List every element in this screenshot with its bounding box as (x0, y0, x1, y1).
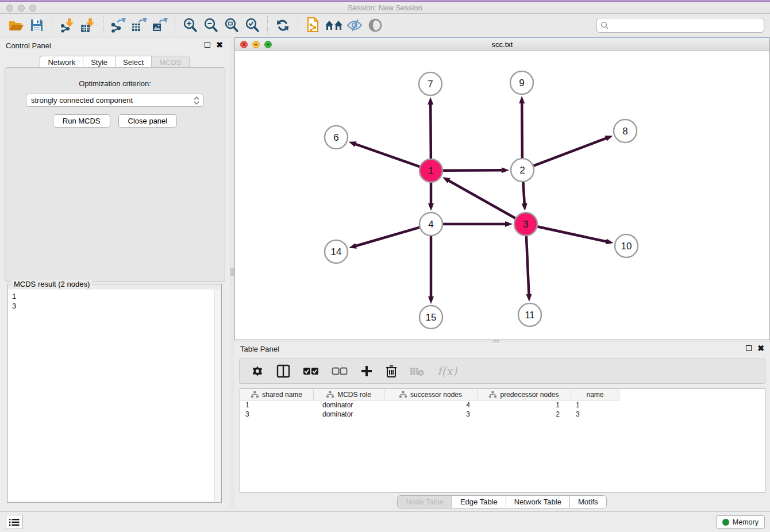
graph-node-label: 4 (428, 219, 433, 230)
graph-node-label: 1 (428, 165, 433, 176)
memory-button[interactable]: Memory (716, 515, 765, 529)
graph-node-label: 6 (333, 132, 338, 143)
table-settings-button[interactable] (251, 365, 264, 377)
zoom-selected-button[interactable] (242, 16, 263, 35)
graph-edge-3-1[interactable] (448, 180, 516, 218)
search-input[interactable] (611, 21, 760, 30)
cell-shared-name[interactable]: 3 (240, 410, 314, 418)
graph-edge-4-14[interactable] (355, 228, 420, 246)
close-panel-icon[interactable]: ✖ (216, 42, 223, 48)
graph-edge-3-10[interactable] (537, 226, 607, 242)
graph-edge-3-11[interactable] (526, 236, 529, 295)
tab-motifs[interactable]: Motifs (569, 495, 607, 508)
close-panel-icon[interactable]: ✖ (757, 345, 764, 351)
zoom-in-button[interactable] (180, 16, 201, 35)
tab-node-table[interactable]: Node Table (397, 495, 452, 508)
graph-edge-1-2[interactable] (442, 170, 503, 171)
splitter-grip[interactable] (230, 268, 234, 276)
zoom-fit-button[interactable] (221, 16, 242, 35)
graph-edge-arrowhead (605, 136, 613, 141)
run-mcds-button[interactable]: Run MCDS (53, 114, 110, 128)
graph-edge-arrowhead (505, 221, 513, 227)
column-header-successor-nodes[interactable]: successor nodes (384, 389, 478, 400)
criterion-select[interactable]: strongly connected component (26, 94, 204, 107)
export-table-button[interactable] (129, 16, 149, 35)
toggle-panel-button[interactable] (276, 364, 290, 378)
gear-icon (251, 365, 264, 377)
delete-table-icon (410, 366, 425, 376)
graph-edge-arrowhead (522, 203, 528, 211)
cell-mcds-role[interactable]: dominator (314, 410, 384, 418)
toolbar-separator (267, 16, 268, 34)
cell-name[interactable]: 1 (571, 401, 619, 409)
table-header-row: shared name MCDS role successor nodes pr… (240, 389, 765, 400)
export-network-icon (110, 18, 126, 33)
hierarchy-icon (489, 391, 496, 398)
network-window-title: scc.txt (235, 40, 769, 49)
mcds-result-text[interactable]: 1 3 (8, 290, 221, 502)
graph-edge-2-8[interactable] (533, 138, 607, 166)
task-history-button[interactable] (6, 515, 23, 529)
tab-edge-table[interactable]: Edge Table (452, 495, 506, 508)
column-header-predecessor-nodes[interactable]: predecessor nodes (478, 389, 571, 400)
graph-edge-1-6[interactable] (355, 144, 420, 167)
column-header-name[interactable]: name (571, 389, 619, 400)
open-session-button[interactable] (6, 16, 26, 35)
import-network-button[interactable] (57, 16, 78, 35)
network-window-titlebar[interactable]: × − + scc.txt (235, 38, 769, 51)
cell-successor-nodes[interactable]: 4 (384, 401, 478, 409)
export-network-button[interactable] (108, 16, 129, 35)
vertical-splitter[interactable] (230, 38, 234, 507)
graph-edge-2-3[interactable] (523, 182, 525, 205)
show-all-button[interactable] (365, 16, 386, 35)
float-panel-icon[interactable] (205, 42, 210, 48)
refresh-view-button[interactable] (272, 16, 293, 35)
plus-icon (360, 365, 373, 377)
new-network-from-selection-button[interactable] (303, 16, 324, 35)
checked-boxes-icon (303, 367, 319, 375)
graph-node-label: 10 (621, 241, 632, 252)
import-table-button[interactable] (78, 16, 98, 35)
result-scrollbar[interactable] (214, 290, 221, 502)
add-column-button[interactable] (360, 365, 373, 377)
split-panel-icon (276, 364, 290, 378)
cell-name[interactable]: 3 (571, 410, 619, 418)
float-panel-icon[interactable] (746, 345, 752, 351)
select-all-button[interactable] (303, 367, 319, 375)
table-row[interactable]: 3 dominator 3 2 3 (240, 410, 765, 419)
graph-edge-1-7[interactable] (430, 103, 431, 159)
list-icon (9, 518, 20, 526)
unchecked-boxes-icon (332, 367, 348, 375)
delete-column-button[interactable] (386, 364, 397, 378)
graph-edge-2-9[interactable] (522, 102, 522, 159)
search-field[interactable] (596, 18, 764, 33)
memory-label: Memory (733, 518, 759, 526)
cell-shared-name[interactable]: 1 (240, 401, 314, 409)
cell-predecessor-nodes[interactable]: 2 (478, 410, 571, 418)
save-session-button[interactable] (26, 16, 47, 35)
column-header-mcds-role[interactable]: MCDS role (314, 389, 384, 400)
column-header-shared-name[interactable]: shared name (240, 389, 314, 400)
control-panel-title: Control Panel (6, 41, 51, 50)
app-titlebar: Session: New Session (0, 0, 770, 14)
zoom-out-button[interactable] (201, 16, 221, 35)
deselect-all-button[interactable] (332, 367, 348, 375)
first-neighbors-button[interactable] (324, 16, 344, 35)
export-image-button[interactable] (149, 16, 170, 35)
cell-mcds-role[interactable]: dominator (314, 401, 384, 409)
close-panel-button[interactable]: Close panel (118, 114, 178, 128)
search-icon (600, 21, 609, 29)
node-table[interactable]: shared name MCDS role successor nodes pr… (240, 388, 765, 493)
tab-network-table[interactable]: Network Table (506, 495, 570, 508)
network-canvas[interactable]: 7968124314101511 (235, 51, 769, 340)
cell-successor-nodes[interactable]: 3 (384, 410, 478, 418)
network-graph[interactable]: 7968124314101511 (235, 51, 769, 340)
hide-selected-button[interactable] (344, 16, 365, 35)
table-toolbar: f(x) (239, 358, 765, 384)
toolbar-separator (175, 16, 175, 34)
control-panel: Control Panel ✖ Network Style Select MCD… (0, 38, 230, 507)
cell-predecessor-nodes[interactable]: 1 (478, 401, 571, 409)
graph-edge-arrowhead (526, 294, 532, 302)
table-row[interactable]: 1 dominator 4 1 1 (240, 400, 765, 410)
hierarchy-icon (251, 391, 259, 398)
